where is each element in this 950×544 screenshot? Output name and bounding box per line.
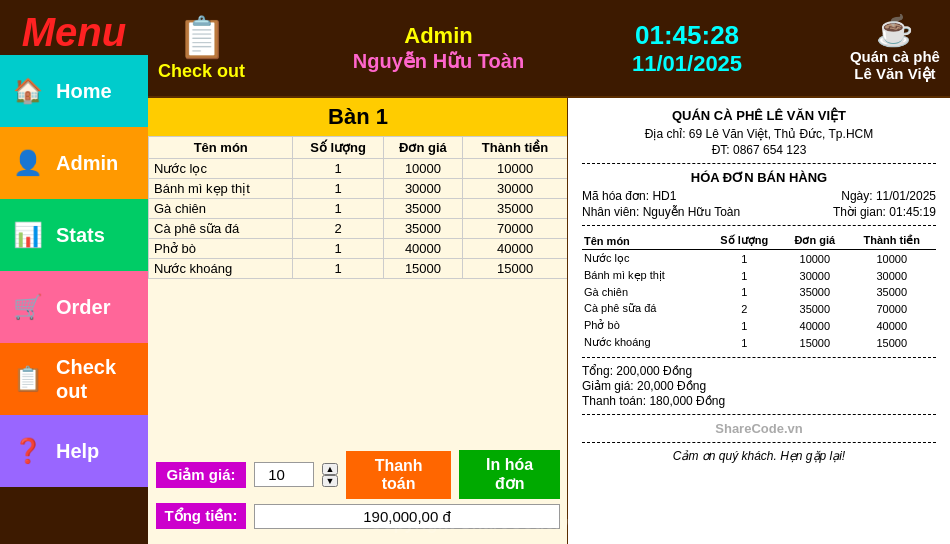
table-row: Cà phê sữa đá 2 35000 70000: [149, 219, 568, 239]
receipt-col-price: Đơn giá: [782, 232, 847, 250]
receipt-divider-3: [582, 357, 936, 358]
cell-total: 10000: [463, 159, 568, 179]
order-table: Tên món Số lượng Đơn giá Thành tiền Nước…: [148, 136, 568, 279]
discount-input[interactable]: [254, 462, 314, 487]
receipt-cell-name: Bánh mì kẹp thịt: [582, 267, 706, 284]
cell-qty: 1: [293, 179, 383, 199]
col-header-name: Tên món: [149, 137, 293, 159]
bottom-controls: Giảm giá: ▲ ▼ Thanh toán In hóa đơn Tổng…: [148, 446, 568, 544]
cell-qty: 2: [293, 219, 383, 239]
checkout-header-icon: 📋: [177, 14, 227, 61]
receipt-cell-price: 35000: [782, 300, 847, 317]
checkout-header-label: Check out: [158, 61, 245, 82]
discount-label: Giảm giá:: [156, 462, 246, 488]
print-button[interactable]: In hóa đơn: [459, 450, 560, 499]
table-row: Nước khoáng 1 15000 15000: [149, 259, 568, 279]
staff-name: Nguyễn Hữu Toàn: [353, 49, 524, 73]
table-row: Gà chiên 1 35000 35000: [149, 199, 568, 219]
cell-total: 40000: [463, 239, 568, 259]
help-icon: ❓: [10, 433, 46, 469]
receipt-cell-name: Phở bò: [582, 317, 706, 334]
receipt-panel: QUÁN CÀ PHÊ LÊ VĂN VIỆT Địa chỉ: 69 Lê V…: [568, 98, 950, 544]
col-header-price: Đơn giá: [383, 137, 462, 159]
time-display: 01:45:28: [632, 20, 742, 51]
col-header-total: Thành tiền: [463, 137, 568, 159]
receipt-cell-total: 10000: [847, 250, 936, 268]
cell-name: Bánh mì kẹp thịt: [149, 179, 293, 199]
sidebar-item-home[interactable]: 🏠 Home: [0, 55, 148, 127]
receipt-col-name: Tên món: [582, 232, 706, 250]
receipt-discount: Giảm giá: 20,000 Đồng: [582, 379, 936, 393]
discount-up[interactable]: ▲: [322, 463, 338, 475]
table-row: Phở bò 1 40000 40000: [149, 239, 568, 259]
sidebar-item-checkout[interactable]: 📋 Checkout: [0, 343, 148, 415]
receipt-watermark: ShareCode.vn: [582, 421, 936, 436]
order-table-body: Nước lọc 1 10000 10000 Bánh mì kẹp thịt …: [149, 159, 568, 279]
receipt-table-body: Nước lọc 1 10000 10000 Bánh mì kẹp thịt …: [582, 250, 936, 352]
receipt-shop-name: QUÁN CÀ PHÊ LÊ VĂN VIỆT: [582, 108, 936, 123]
cell-qty: 1: [293, 259, 383, 279]
cell-price: 40000: [383, 239, 462, 259]
cell-price: 30000: [383, 179, 462, 199]
list-item: Phở bò 1 40000 40000: [582, 317, 936, 334]
checkout-header-button[interactable]: 📋 Check out: [158, 14, 245, 82]
receipt-cell-qty: 2: [706, 300, 782, 317]
receipt-table: Tên món Số lượng Đơn giá Thành tiền Nước…: [582, 232, 936, 351]
cell-total: 30000: [463, 179, 568, 199]
datetime-info: 01:45:28 11/01/2025: [632, 20, 742, 77]
sidebar-label-home: Home: [56, 80, 112, 103]
brand-info: ☕ Quán cà phê Lê Văn Việt: [850, 13, 940, 83]
sidebar-label-stats: Stats: [56, 224, 105, 247]
cafe-title: Quán cà phê Lê Văn Việt: [850, 48, 940, 83]
receipt-thank-you: Cảm ơn quý khách. Hẹn gặp lại!: [582, 449, 936, 463]
checkout-icon: 📋: [10, 361, 46, 397]
sidebar-label-admin: Admin: [56, 152, 118, 175]
receipt-date: Ngày: 11/01/2025: [841, 189, 936, 203]
receipt-divider-4: [582, 414, 936, 415]
sidebar-label-help: Help: [56, 440, 99, 463]
sidebar-item-stats[interactable]: 📊 Stats: [0, 199, 148, 271]
sidebar-label-order: Order: [56, 296, 110, 319]
receipt-cell-total: 35000: [847, 284, 936, 300]
admin-title: Admin: [353, 23, 524, 49]
list-item: Nước lọc 1 10000 10000: [582, 250, 936, 268]
receipt-cell-total: 15000: [847, 334, 936, 351]
receipt-cell-total: 40000: [847, 317, 936, 334]
pay-button[interactable]: Thanh toán: [346, 451, 451, 499]
receipt-staff: Nhân viên: Nguyễn Hữu Toàn: [582, 205, 740, 219]
total-label: Tổng tiền:: [156, 503, 246, 529]
receipt-divider-1: [582, 163, 936, 164]
cell-name: Gà chiên: [149, 199, 293, 219]
receipt-title: HÓA ĐƠN BÁN HÀNG: [582, 170, 936, 185]
cell-name: Phở bò: [149, 239, 293, 259]
total-input[interactable]: [254, 504, 560, 529]
receipt-col-total: Thành tiền: [847, 232, 936, 250]
receipt-cell-total: 70000: [847, 300, 936, 317]
receipt-total: Thanh toán: 180,000 Đồng: [582, 394, 936, 408]
cell-name: Nước lọc: [149, 159, 293, 179]
sidebar-item-order[interactable]: 🛒 Order: [0, 271, 148, 343]
receipt-cell-price: 15000: [782, 334, 847, 351]
receipt-cell-qty: 1: [706, 334, 782, 351]
sidebar-item-admin[interactable]: 👤 Admin: [0, 127, 148, 199]
cell-price: 35000: [383, 219, 462, 239]
total-row: Tổng tiền:: [156, 503, 560, 529]
table-title: Bàn 1: [148, 98, 568, 136]
cell-total: 15000: [463, 259, 568, 279]
discount-row: Giảm giá: ▲ ▼ Thanh toán In hóa đơn: [156, 450, 560, 499]
sidebar-item-help[interactable]: ❓ Help: [0, 415, 148, 487]
header: 📋 Check out Admin Nguyễn Hữu Toàn 01:45:…: [148, 0, 950, 98]
home-icon: 🏠: [10, 73, 46, 109]
menu-title: Menu: [22, 0, 126, 55]
sidebar-label-checkout: Checkout: [56, 355, 116, 403]
receipt-col-qty: Số lượng: [706, 232, 782, 250]
receipt-cell-total: 30000: [847, 267, 936, 284]
receipt-cell-price: 10000: [782, 250, 847, 268]
discount-down[interactable]: ▼: [322, 475, 338, 487]
receipt-invoice-no: Mã hóa đơn: HD1: [582, 189, 676, 203]
receipt-cell-price: 30000: [782, 267, 847, 284]
order-icon: 🛒: [10, 289, 46, 325]
list-item: Cà phê sữa đá 2 35000 70000: [582, 300, 936, 317]
date-display: 11/01/2025: [632, 51, 742, 77]
receipt-meta-1: Mã hóa đơn: HD1 Ngày: 11/01/2025: [582, 189, 936, 203]
